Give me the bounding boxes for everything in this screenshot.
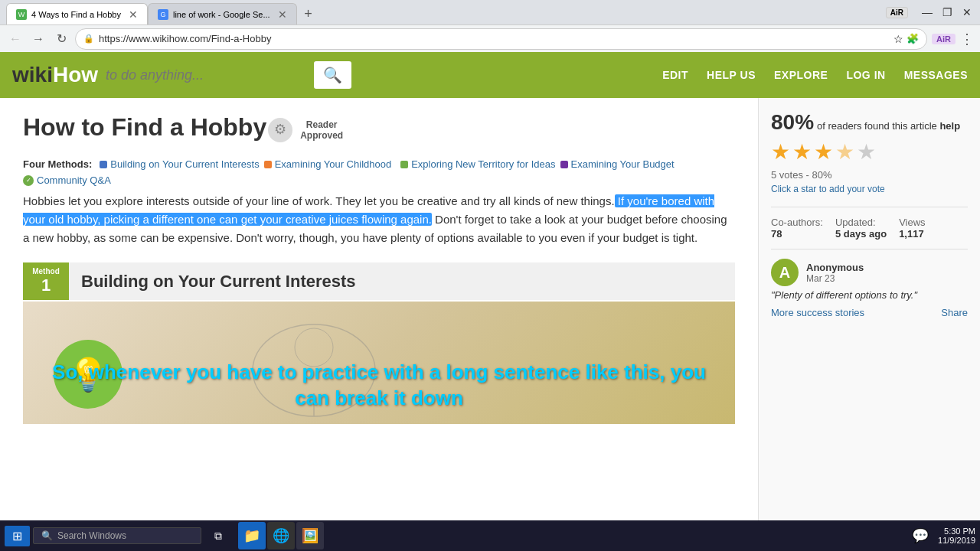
updated-meta: Updated: 5 days ago xyxy=(835,217,887,240)
method-link-2[interactable]: Examining Your Childhood xyxy=(264,158,392,170)
address-bar[interactable]: 🔒 https://www.wikihow.com/Find-a-Hobby ☆… xyxy=(75,28,927,50)
community-qa-label: Community Q&A xyxy=(37,174,111,186)
engfluent-badge: AiR xyxy=(886,5,914,19)
search-button[interactable]: 🔍 xyxy=(314,61,351,89)
sidebar-divider-2 xyxy=(771,249,968,249)
secure-icon: 🔒 xyxy=(83,34,94,44)
taskbar: ⊞ 🔍 Search Windows ⧉ 📁 🌐 🖼️ 💬 5:30 PM 11… xyxy=(0,520,980,551)
article-body: Hobbies let you explore interests outsid… xyxy=(23,192,735,247)
article-main: How to Find a Hobby ⚙ Reader Approved xyxy=(0,98,758,551)
tab2-favicon: G xyxy=(158,9,168,20)
sidebar-meta: Co-authors: 78 Updated: 5 days ago Views… xyxy=(771,217,968,240)
method-1-header: Method 1 Building on Your Current Intere… xyxy=(23,262,735,300)
more-button[interactable]: ⋮ xyxy=(960,31,974,47)
wikihow-logo[interactable]: wikiHow xyxy=(12,63,98,87)
methods-bar: Four Methods: Building on Your Current I… xyxy=(23,158,735,186)
method-link-3[interactable]: Exploring New Territory for Ideas xyxy=(400,158,555,170)
coauthors-meta: Co-authors: 78 xyxy=(771,217,823,240)
back-button[interactable]: ← xyxy=(6,30,24,48)
photos-app[interactable]: 🖼️ xyxy=(296,522,324,549)
logo-how: How xyxy=(53,63,98,87)
content-area: How to Find a Hobby ⚙ Reader Approved xyxy=(0,98,980,551)
nav-explore[interactable]: EXPLORE xyxy=(774,69,828,81)
taskbar-search-box[interactable]: 🔍 Search Windows xyxy=(33,527,201,544)
main-column: wikiHow 🔍 EDIT HELP US EXPLORE LOG IN ME… xyxy=(0,52,980,551)
nav-login[interactable]: LOG IN xyxy=(846,69,885,81)
star-4[interactable]: ★ xyxy=(835,139,854,165)
bookmark-icon[interactable]: ☆ xyxy=(893,33,903,45)
minimize-button[interactable]: — xyxy=(920,5,934,19)
method-badge-1: Method 1 xyxy=(23,262,69,300)
rating-percent: 80% xyxy=(771,110,814,134)
click-star-text[interactable]: Click a star to add your vote xyxy=(771,184,968,194)
taskbar-search-text: Search Windows xyxy=(57,530,126,541)
svg-text:⚙: ⚙ xyxy=(274,122,286,137)
share-link[interactable]: Share xyxy=(941,307,968,318)
taskbar-apps: 📁 🌐 🖼️ xyxy=(238,522,324,549)
article-sidebar: 80% of readers found this article help ★… xyxy=(758,98,980,551)
header-nav: EDIT HELP US EXPLORE LOG IN MESSAGES xyxy=(662,69,968,81)
title-row: How to Find a Hobby ⚙ Reader Approved xyxy=(23,113,735,151)
forward-button[interactable]: → xyxy=(29,30,47,48)
star-5[interactable]: ★ xyxy=(857,139,876,165)
article-title: How to Find a Hobby xyxy=(23,113,266,142)
rating-summary: 80% of readers found this article help xyxy=(771,119,960,132)
method-label-2: Examining Your Childhood xyxy=(275,158,392,170)
page-content: wikiHow 🔍 EDIT HELP US EXPLORE LOG IN ME… xyxy=(0,52,980,551)
reader-approved-text: Reader Approved xyxy=(300,119,343,141)
address-url: https://www.wikihow.com/Find-a-Hobby xyxy=(99,33,886,44)
gear-icon: ⚙ xyxy=(266,116,294,144)
chrome-app[interactable]: 🌐 xyxy=(267,522,295,549)
maximize-button[interactable]: ❐ xyxy=(940,5,954,19)
nav-messages[interactable]: MESSAGES xyxy=(904,69,968,81)
refresh-button[interactable]: ↻ xyxy=(52,30,70,48)
wikihow-header: wikiHow 🔍 EDIT HELP US EXPLORE LOG IN ME… xyxy=(0,52,980,98)
method-1-title: Building on Your Current Interests xyxy=(69,262,735,300)
tab1-favicon: W xyxy=(16,9,27,20)
sidebar-divider-1 xyxy=(771,207,968,207)
nav-help-us[interactable]: HELP US xyxy=(707,69,756,81)
tab2-title: line of work - Google Se... xyxy=(173,10,270,19)
taskbar-icons: ⧉ xyxy=(204,522,232,549)
task-view-button[interactable]: ⧉ xyxy=(204,522,232,549)
close-button[interactable]: ✕ xyxy=(960,5,974,19)
star-1[interactable]: ★ xyxy=(771,139,790,165)
windows-icon: ⊞ xyxy=(12,529,22,543)
method-link-4[interactable]: Examining Your Budget xyxy=(560,158,675,170)
nav-edit[interactable]: EDIT xyxy=(662,69,688,81)
star-2[interactable]: ★ xyxy=(792,139,812,165)
comment-text: "Plenty of different options to try." xyxy=(771,289,968,301)
qa-icon: ✓ xyxy=(23,175,34,186)
browser-tab-2[interactable]: G line of work - Google Se... ✕ xyxy=(148,3,297,24)
tab1-title: 4 Ways to Find a Hobby xyxy=(31,10,121,19)
more-stories-link[interactable]: More success stories xyxy=(771,307,864,318)
methods-label: Four Methods: xyxy=(23,158,92,170)
extension-icon[interactable]: 🧩 xyxy=(906,33,919,45)
rating-section: 80% of readers found this article help ★… xyxy=(771,110,968,194)
logo-wiki: wiki xyxy=(12,63,53,87)
comment-date: Mar 23 xyxy=(806,273,864,284)
method-label-3: Exploring New Territory for Ideas xyxy=(411,158,555,170)
comment-user-info: Anonymous Mar 23 xyxy=(806,262,864,284)
tab2-close[interactable]: ✕ xyxy=(278,8,287,21)
start-button[interactable]: ⊞ xyxy=(5,526,30,546)
community-qa-link[interactable]: ✓ Community Q&A xyxy=(23,174,111,186)
votes-text: 5 votes - 80% xyxy=(771,169,968,181)
browser-tab-1[interactable]: W 4 Ways to Find a Hobby ✕ xyxy=(6,3,148,24)
stars[interactable]: ★ ★ ★ ★ ★ xyxy=(771,139,968,165)
method-dot-4 xyxy=(560,161,568,168)
new-tab-btn[interactable]: + xyxy=(297,3,320,24)
chat-icon[interactable]: 💬 xyxy=(912,527,929,544)
commenter-avatar: A xyxy=(771,259,799,286)
tab1-close[interactable]: ✕ xyxy=(129,8,138,21)
browser-toolbar: ← → ↻ 🔒 https://www.wikihow.com/Find-a-H… xyxy=(0,24,980,52)
star-3[interactable]: ★ xyxy=(814,139,833,165)
search-input[interactable] xyxy=(106,67,305,83)
file-explorer-app[interactable]: 📁 xyxy=(238,522,266,549)
article-body-part1: Hobbies let you explore interests outsid… xyxy=(23,194,615,207)
window-controls: AiR — ❐ ✕ xyxy=(886,5,974,19)
method-link-1[interactable]: Building on Your Current Interests xyxy=(100,158,259,170)
browser-chrome: W 4 Ways to Find a Hobby ✕ G line of wor… xyxy=(0,0,980,52)
air-extension-button[interactable]: AiR xyxy=(932,34,956,44)
comment-author: Anonymous xyxy=(806,262,864,273)
